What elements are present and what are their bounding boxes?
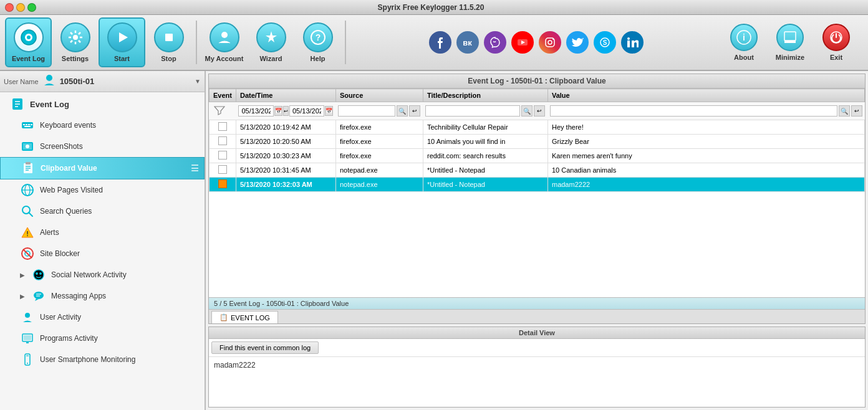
row-datetime: 5/13/2020 10:31:45 AM bbox=[236, 163, 335, 178]
svg-point-37 bbox=[26, 145, 29, 148]
sidebar: User Name 1050ti-01 ▼ Event Log Keyboa bbox=[0, 71, 206, 410]
title-filter-cell: 🔍 ↩ bbox=[425, 105, 545, 117]
stop-icon bbox=[154, 22, 184, 52]
source-filter-input[interactable] bbox=[338, 105, 395, 117]
screenshots-label: ScreenShots bbox=[40, 142, 83, 151]
social-expand-icon: ▶ bbox=[20, 272, 25, 279]
event-log-nav-label: Event Log bbox=[30, 100, 69, 109]
sidebar-item-clipboard[interactable]: Clipboard Value ☰ bbox=[0, 157, 205, 179]
skype-icon[interactable]: S bbox=[594, 31, 616, 54]
sidebar-item-smartphone[interactable]: User Smartphone Monitoring bbox=[0, 349, 205, 370]
right-toolbar: i About Minimize Exit bbox=[722, 17, 863, 67]
col-value: Value bbox=[547, 89, 864, 102]
filter-event-icon bbox=[212, 103, 227, 118]
row-value: Grizzly Bear bbox=[547, 135, 864, 149]
stop-button[interactable]: Stop bbox=[145, 17, 192, 67]
svg-point-53 bbox=[34, 270, 44, 280]
start-button[interactable]: Start bbox=[99, 17, 145, 67]
row-checkbox[interactable] bbox=[210, 163, 236, 178]
date-from-clear[interactable]: ↩ bbox=[283, 106, 289, 116]
linkedin-icon[interactable] bbox=[621, 31, 644, 54]
svg-point-24 bbox=[46, 75, 52, 81]
svg-text:S: S bbox=[602, 39, 607, 46]
date-from-calendar[interactable]: 📅 bbox=[274, 106, 282, 116]
minimize-button[interactable] bbox=[16, 3, 25, 12]
value-filter-clear[interactable]: ↩ bbox=[851, 105, 862, 117]
messaging-expand-icon: ▶ bbox=[20, 293, 25, 300]
social-icons-area: вк S bbox=[350, 14, 722, 70]
facebook-icon[interactable] bbox=[429, 31, 451, 54]
clipboard-options-icon[interactable]: ☰ bbox=[191, 163, 199, 173]
dropdown-arrow[interactable]: ▼ bbox=[195, 78, 201, 85]
row-datetime: 5/13/2020 10:20:50 AM bbox=[236, 135, 335, 149]
minimize-btn[interactable]: Minimize bbox=[768, 17, 812, 67]
event-log-tab[interactable]: 📋 EVENT LOG bbox=[211, 311, 278, 323]
row-checkbox[interactable] bbox=[210, 178, 236, 192]
status-text: 5 / 5 Event Log - 1050ti-01 : Clipboard … bbox=[214, 300, 349, 307]
sidebar-item-site-blocker[interactable]: Site Blocker bbox=[0, 243, 205, 264]
programs-label: Programs Activity bbox=[40, 334, 98, 343]
source-filter-search[interactable]: 🔍 bbox=[397, 105, 408, 117]
svg-line-47 bbox=[29, 212, 32, 216]
row-checkbox[interactable] bbox=[210, 135, 236, 149]
wizard-button[interactable]: Wizard bbox=[248, 17, 294, 67]
date-to-input[interactable] bbox=[289, 105, 325, 117]
source-filter-clear[interactable]: ↩ bbox=[409, 105, 420, 117]
value-filter-input[interactable] bbox=[550, 105, 837, 117]
table-row[interactable]: 5/13/2020 10:30:23 AMfirefox.exereddit.c… bbox=[210, 149, 865, 163]
youtube-icon[interactable] bbox=[511, 31, 534, 54]
table-row[interactable]: 5/13/2020 10:20:50 AMfirefox.exe10 Anima… bbox=[210, 135, 865, 149]
site-blocker-icon bbox=[20, 246, 35, 261]
row-title: Technibility Cellular Repair bbox=[423, 120, 547, 135]
exit-button[interactable]: Exit bbox=[814, 17, 858, 67]
username-label: User Name bbox=[4, 78, 39, 85]
sidebar-item-screenshots[interactable]: ScreenShots bbox=[0, 136, 205, 157]
help-button[interactable]: ? Help bbox=[294, 17, 341, 67]
row-checkbox[interactable] bbox=[210, 149, 236, 163]
filter-value-cell: 🔍 ↩ bbox=[547, 102, 864, 120]
my-account-label: My Account bbox=[205, 55, 244, 62]
find-event-button[interactable]: Find this event in common log bbox=[211, 341, 319, 354]
sidebar-item-webpages[interactable]: Web Pages Visited bbox=[0, 179, 205, 201]
sidebar-item-search[interactable]: Search Queries bbox=[0, 201, 205, 222]
date-to-calendar[interactable]: 📅 bbox=[325, 106, 333, 116]
instagram-icon[interactable] bbox=[539, 31, 561, 54]
sidebar-item-alerts[interactable]: ! Alerts bbox=[0, 222, 205, 243]
title-filter-clear[interactable]: ↩ bbox=[534, 105, 545, 117]
row-title: 10 Animals you will find in bbox=[423, 135, 547, 149]
viber-icon[interactable] bbox=[484, 31, 506, 54]
sidebar-item-keyboard[interactable]: Keyboard events bbox=[0, 115, 205, 136]
event-table-container[interactable]: Event Date/Time Source Title/Description… bbox=[209, 88, 865, 297]
sidebar-item-programs[interactable]: Programs Activity bbox=[0, 328, 205, 349]
table-row[interactable]: 5/13/2020 10:32:03 AMnotepad.exe*Untitle… bbox=[210, 178, 865, 192]
settings-button[interactable]: Settings bbox=[52, 17, 99, 67]
row-source: firefox.exe bbox=[335, 120, 423, 135]
row-checkbox[interactable] bbox=[210, 120, 236, 135]
table-row[interactable]: 5/13/2020 10:31:45 AMnotepad.exe*Untitle… bbox=[210, 163, 865, 178]
date-from-input[interactable] bbox=[238, 105, 274, 117]
sidebar-item-social[interactable]: ▶ Social Network Activity bbox=[0, 264, 205, 285]
maximize-button[interactable] bbox=[27, 3, 36, 12]
stop-label: Stop bbox=[161, 55, 176, 62]
event-log-button[interactable]: Event Log bbox=[5, 17, 52, 67]
title-filter-input[interactable] bbox=[425, 105, 520, 117]
my-account-button[interactable]: My Account bbox=[201, 17, 248, 67]
filter-row: 📅 ↩ 📅 🔍 ↩ bbox=[210, 102, 865, 120]
value-filter-search[interactable]: 🔍 bbox=[839, 105, 850, 117]
table-row[interactable]: 5/13/2020 10:19:42 AMfirefox.exeTechnibi… bbox=[210, 120, 865, 135]
close-button[interactable] bbox=[5, 3, 14, 12]
title-filter-search[interactable]: 🔍 bbox=[521, 105, 533, 117]
clipboard-icon bbox=[21, 161, 36, 176]
tab-icon: 📋 bbox=[219, 313, 228, 322]
about-button[interactable]: i About bbox=[722, 17, 766, 67]
sidebar-item-messaging[interactable]: ▶ Messaging Apps bbox=[0, 285, 205, 307]
webpages-icon bbox=[20, 183, 35, 198]
sidebar-item-user-activity[interactable]: User Activity bbox=[0, 307, 205, 328]
row-datetime: 5/13/2020 10:32:03 AM bbox=[236, 178, 335, 192]
row-datetime: 5/13/2020 10:30:23 AM bbox=[236, 149, 335, 163]
twitter-icon[interactable] bbox=[566, 31, 589, 54]
filter-datetime-cell: 📅 ↩ 📅 bbox=[236, 102, 335, 120]
keyboard-icon bbox=[20, 118, 35, 133]
sidebar-item-event-log[interactable]: Event Log bbox=[0, 93, 205, 115]
vk-icon[interactable]: вк bbox=[456, 31, 479, 54]
